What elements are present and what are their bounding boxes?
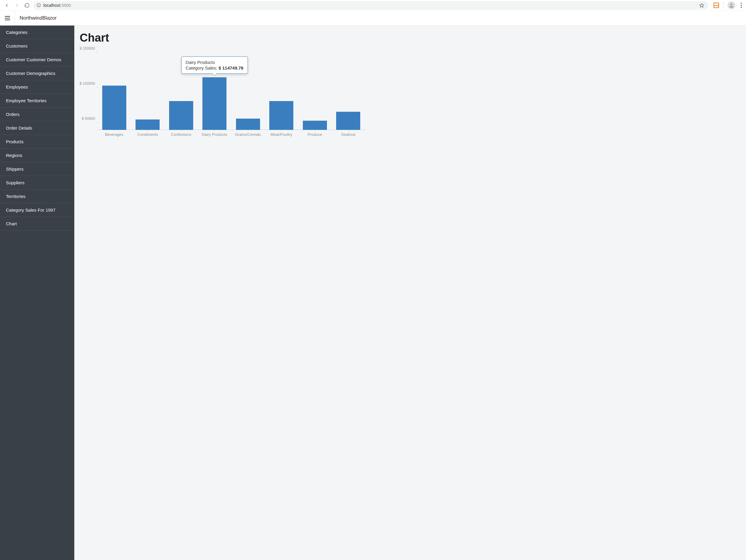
- browser-menu-icon[interactable]: [740, 1, 743, 9]
- extension-icon[interactable]: [714, 3, 719, 8]
- sidebar-item-employee-territories[interactable]: Employee Territories: [0, 94, 74, 108]
- chart-bar[interactable]: [136, 119, 160, 130]
- bar-slot: [131, 53, 165, 130]
- divider: [723, 2, 723, 8]
- chart-bar[interactable]: [236, 119, 260, 130]
- y-axis-tick: [96, 122, 97, 123]
- sidebar-item-regions[interactable]: Regions: [0, 149, 74, 162]
- hamburger-icon: [5, 16, 10, 20]
- sidebar-item-category-sales[interactable]: Category Sales For 1997: [0, 203, 74, 217]
- main-content: Chart Dairy Products Category Sales: $ 1…: [74, 26, 746, 560]
- sidebar-item-label: Suppliers: [6, 180, 25, 185]
- forward-button[interactable]: [13, 1, 21, 9]
- sidebar-item-label: Products: [6, 139, 24, 144]
- sidebar-item-label: Regions: [6, 153, 22, 158]
- site-info-icon[interactable]: [36, 3, 41, 8]
- bar-slot: [332, 53, 365, 130]
- sidebar-item-chart[interactable]: Chart: [0, 217, 74, 231]
- sidebar-item-employees[interactable]: Employees: [0, 80, 74, 94]
- bar-slot: [298, 53, 332, 130]
- x-axis-tick: [148, 130, 148, 131]
- url-text: localhost:5000: [44, 3, 697, 8]
- y-axis-tick-label: $ 100000: [80, 81, 95, 86]
- sidebar-item-label: Categories: [6, 30, 28, 35]
- sidebar-item-label: Employees: [6, 84, 28, 89]
- sidebar: Categories Customers Customer Customer D…: [0, 26, 74, 560]
- svg-marker-3: [700, 3, 704, 7]
- sidebar-item-territories[interactable]: Territories: [0, 190, 74, 203]
- bookmark-star-icon[interactable]: [699, 3, 704, 8]
- sidebar-item-label: Chart: [6, 221, 17, 226]
- tooltip-category: Dairy Products: [186, 60, 243, 65]
- sidebar-item-label: Order Details: [6, 125, 32, 131]
- x-axis-tick: [348, 130, 349, 131]
- svg-point-4: [730, 4, 732, 5]
- chart-bar[interactable]: [169, 101, 193, 130]
- x-axis-tick: [181, 130, 181, 131]
- chart-tooltip: Dairy Products Category Sales: $ 114749.…: [181, 56, 248, 74]
- sidebar-item-label: Category Sales For 1997: [6, 207, 56, 213]
- browser-chrome: localhost:5000: [0, 0, 746, 11]
- sidebar-item-customer-demographics[interactable]: Customer Demographics: [0, 66, 74, 80]
- tooltip-value-line: Category Sales: $ 114749.78: [186, 65, 243, 71]
- x-axis-tick: [214, 130, 215, 131]
- sidebar-item-shippers[interactable]: Shippers: [0, 162, 74, 176]
- bar-slot: [97, 53, 131, 130]
- back-button[interactable]: [3, 1, 11, 9]
- sidebar-item-label: Territories: [6, 194, 26, 199]
- sidebar-item-categories[interactable]: Categories: [0, 26, 74, 39]
- address-bar[interactable]: localhost:5000: [33, 1, 708, 9]
- sidebar-item-label: Shippers: [6, 166, 24, 171]
- sidebar-item-label: Orders: [6, 112, 20, 117]
- sidebar-item-suppliers[interactable]: Suppliers: [0, 176, 74, 190]
- sidebar-item-products[interactable]: Products: [0, 135, 74, 149]
- reload-button[interactable]: [23, 1, 31, 9]
- chart-bar[interactable]: [269, 101, 293, 130]
- y-axis-tick-label: $ 50000: [82, 116, 95, 121]
- y-axis-tick: [96, 52, 97, 53]
- page-title: Chart: [80, 31, 741, 44]
- profile-avatar-icon[interactable]: [727, 1, 735, 9]
- sidebar-item-orders[interactable]: Orders: [0, 108, 74, 121]
- sidebar-item-customer-customer-demos[interactable]: Customer Customer Demos: [0, 53, 74, 66]
- bar-slot: [265, 53, 298, 130]
- menu-toggle-button[interactable]: [0, 11, 15, 26]
- sidebar-item-label: Customer Customer Demos: [6, 57, 61, 62]
- sidebar-item-customers[interactable]: Customers: [0, 39, 74, 53]
- sidebar-item-label: Employee Territories: [6, 98, 46, 103]
- sidebar-item-label: Customer Demographics: [6, 71, 55, 76]
- sidebar-item-label: Customers: [6, 44, 28, 49]
- y-axis-tick-label: $ 150000: [80, 46, 95, 51]
- x-axis-tick: [315, 130, 315, 131]
- chart-bar[interactable]: [202, 77, 227, 130]
- x-axis-tick: [114, 130, 114, 131]
- app-header: NorthwindBlazor: [0, 11, 746, 26]
- sidebar-item-order-details[interactable]: Order Details: [0, 121, 74, 135]
- y-axis-tick: [96, 87, 97, 88]
- chart-bar[interactable]: [336, 112, 360, 130]
- chart-bar[interactable]: [303, 121, 327, 130]
- chart: Dairy Products Category Sales: $ 114749.…: [80, 53, 365, 137]
- chart-bar[interactable]: [102, 86, 126, 130]
- x-axis-tick: [248, 130, 248, 131]
- app-title: NorthwindBlazor: [15, 15, 57, 21]
